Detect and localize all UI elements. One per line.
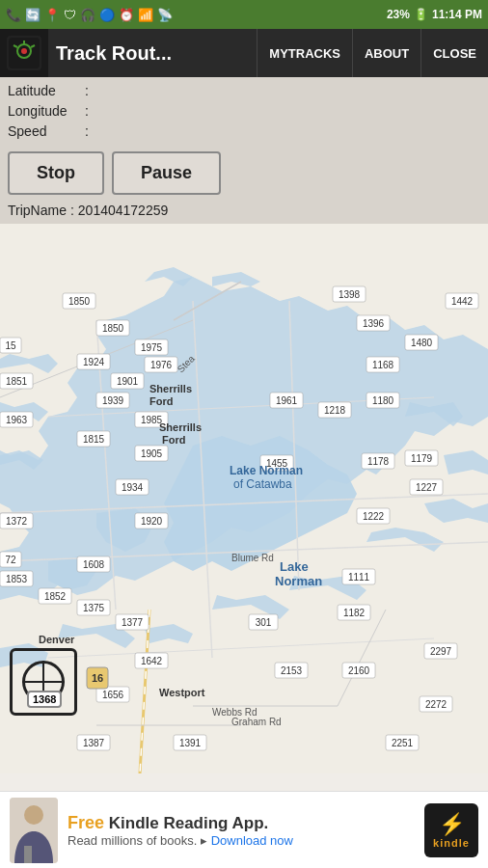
longitude-row: Longitude : bbox=[8, 101, 480, 122]
svg-text:Blume Rd: Blume Rd bbox=[231, 553, 274, 563]
svg-text:1976: 1976 bbox=[150, 360, 173, 370]
svg-text:1963: 1963 bbox=[6, 415, 28, 425]
close-button[interactable]: CLOSE bbox=[420, 29, 488, 77]
status-icons-left: 📞 🔄 📍 🛡 🎧 🔵 ⏰ 📶 📡 bbox=[6, 8, 173, 22]
trip-name-label: TripName bbox=[8, 203, 67, 218]
svg-text:1975: 1975 bbox=[141, 342, 163, 353]
svg-point-132 bbox=[24, 805, 43, 825]
svg-text:1642: 1642 bbox=[141, 656, 163, 666]
bluetooth-icon: 🔵 bbox=[99, 8, 115, 22]
svg-text:1924: 1924 bbox=[83, 357, 105, 367]
ad-person-image bbox=[10, 798, 58, 863]
ad-title: Free Kindle Reading App. bbox=[68, 813, 415, 833]
svg-text:2251: 2251 bbox=[392, 738, 414, 748]
nav-bar: Track Rout... MYTRACKS ABOUT CLOSE bbox=[0, 29, 488, 77]
svg-text:Norman: Norman bbox=[275, 574, 322, 588]
svg-text:72: 72 bbox=[5, 555, 16, 565]
latitude-label: Latitude bbox=[8, 81, 85, 101]
latitude-row: Latitude : bbox=[8, 81, 480, 101]
latitude-colon: : bbox=[85, 81, 100, 101]
trip-name-value: 201404172259 bbox=[78, 203, 168, 218]
battery-percent: 23% bbox=[387, 8, 410, 21]
longitude-colon: : bbox=[85, 101, 100, 122]
svg-text:1168: 1168 bbox=[372, 360, 394, 370]
svg-text:1179: 1179 bbox=[411, 453, 433, 464]
about-button[interactable]: ABOUT bbox=[352, 29, 420, 77]
longitude-label: Longitude bbox=[8, 101, 85, 122]
svg-text:1853: 1853 bbox=[6, 574, 28, 584]
svg-text:1227: 1227 bbox=[416, 482, 438, 493]
trip-name-colon: : bbox=[70, 203, 74, 218]
svg-text:301: 301 bbox=[256, 617, 272, 628]
svg-text:Sherrills: Sherrills bbox=[149, 383, 192, 394]
stop-button[interactable]: Stop bbox=[8, 151, 104, 195]
svg-text:1851: 1851 bbox=[6, 376, 28, 387]
svg-text:of Catawba: of Catawba bbox=[233, 477, 292, 491]
signal-icon: 📡 bbox=[157, 8, 173, 22]
info-panel: Latitude : Longitude : Speed : bbox=[0, 77, 488, 144]
svg-rect-133 bbox=[24, 846, 32, 863]
svg-text:2160: 2160 bbox=[348, 665, 370, 676]
svg-text:Graham Rd: Graham Rd bbox=[231, 717, 282, 727]
time-display: 11:14 PM bbox=[432, 8, 482, 21]
svg-text:1387: 1387 bbox=[83, 738, 105, 748]
svg-text:1480: 1480 bbox=[411, 338, 433, 348]
svg-point-2 bbox=[21, 48, 27, 54]
svg-text:1396: 1396 bbox=[363, 318, 385, 329]
svg-text:1182: 1182 bbox=[343, 608, 366, 618]
svg-text:1939: 1939 bbox=[102, 395, 124, 406]
app-title: Track Rout... bbox=[48, 42, 257, 65]
svg-text:2297: 2297 bbox=[430, 646, 452, 657]
ad-download-link[interactable]: Download now bbox=[211, 833, 293, 848]
ad-title-bold: Free bbox=[68, 813, 104, 832]
wifi-icon: 📶 bbox=[138, 8, 153, 22]
mytracks-button[interactable]: MYTRACKS bbox=[257, 29, 352, 77]
battery-icon: 🔋 bbox=[414, 8, 428, 21]
svg-text:16: 16 bbox=[92, 672, 103, 684]
svg-text:Lake: Lake bbox=[280, 559, 309, 574]
road-number-1368: 1368 bbox=[27, 691, 62, 708]
svg-text:1850: 1850 bbox=[68, 296, 91, 307]
location-icon: 📍 bbox=[44, 8, 60, 22]
svg-text:Sherrills: Sherrills bbox=[159, 421, 202, 433]
speed-label: Speed bbox=[8, 122, 85, 142]
svg-text:1608: 1608 bbox=[83, 559, 105, 570]
svg-text:1815: 1815 bbox=[83, 434, 105, 445]
svg-text:Lake Norman: Lake Norman bbox=[230, 464, 303, 477]
svg-text:15: 15 bbox=[5, 340, 16, 351]
svg-text:1218: 1218 bbox=[324, 405, 346, 416]
svg-text:1178: 1178 bbox=[367, 456, 390, 467]
button-row: Stop Pause bbox=[0, 144, 488, 201]
ad-text-area: Free Kindle Reading App. Read millions o… bbox=[68, 813, 415, 848]
ad-subtitle: Read millions of books. ▸ Download now bbox=[68, 833, 415, 848]
shield-icon: 🛡 bbox=[64, 8, 76, 22]
speed-row: Speed : bbox=[8, 122, 480, 142]
alarm-icon: ⏰ bbox=[119, 8, 134, 22]
svg-text:2153: 2153 bbox=[281, 665, 303, 676]
app-icon bbox=[0, 29, 48, 77]
svg-text:Ford: Ford bbox=[149, 395, 173, 407]
map-area[interactable]: 1850 1850 1975 15 1924 1901 1976 1851 19… bbox=[0, 224, 488, 773]
sync-icon: 🔄 bbox=[25, 8, 41, 22]
status-bar: 📞 🔄 📍 🛡 🎧 🔵 ⏰ 📶 📡 23% 🔋 11:14 PM bbox=[0, 0, 488, 29]
pause-button[interactable]: Pause bbox=[112, 151, 221, 195]
svg-text:1901: 1901 bbox=[117, 376, 139, 387]
svg-text:Ford: Ford bbox=[162, 434, 185, 446]
svg-text:Westport: Westport bbox=[159, 687, 205, 698]
svg-text:1111: 1111 bbox=[348, 572, 370, 583]
speed-colon: : bbox=[85, 122, 100, 142]
phone-icon: 📞 bbox=[6, 8, 21, 22]
svg-text:1905: 1905 bbox=[141, 448, 163, 459]
ad-title-normal: Kindle Reading App. bbox=[104, 814, 268, 832]
svg-text:1442: 1442 bbox=[451, 296, 474, 307]
headset-icon: 🎧 bbox=[80, 8, 95, 22]
svg-text:1375: 1375 bbox=[83, 603, 105, 613]
svg-text:1372: 1372 bbox=[6, 516, 28, 527]
svg-text:1180: 1180 bbox=[372, 395, 394, 406]
app-icon-image bbox=[7, 36, 41, 70]
trip-name-row: TripName : 201404172259 bbox=[0, 201, 488, 224]
ad-banner[interactable]: Free Kindle Reading App. Read millions o… bbox=[0, 791, 488, 868]
svg-text:1961: 1961 bbox=[276, 395, 298, 406]
svg-text:1920: 1920 bbox=[141, 516, 163, 527]
svg-text:1222: 1222 bbox=[363, 511, 385, 522]
